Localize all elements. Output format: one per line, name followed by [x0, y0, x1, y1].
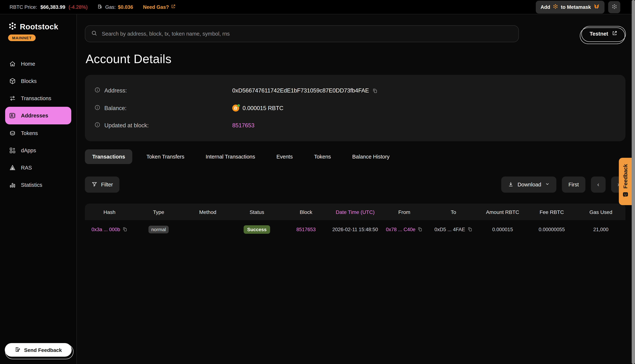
detail-tabs: Transactions Token Transfers Internal Tr… [85, 149, 626, 164]
feedback-tab-label: Feedback [622, 164, 628, 188]
copy-hash-button[interactable] [122, 227, 127, 232]
tx-from-link[interactable]: 0x78 ... C40e [386, 226, 415, 232]
sidebar-item-label: Tokens [21, 130, 38, 136]
download-button[interactable]: Download [501, 176, 556, 193]
tab-internal-transactions[interactable]: Internal Transactions [198, 149, 262, 164]
sidebar-item-addresses[interactable]: Addresses [5, 107, 71, 124]
table-row: 0x3a ... 000b normal Success 8517653 202… [85, 220, 625, 238]
prev-page-button[interactable]: ‹ [591, 176, 606, 193]
external-link-icon [171, 4, 175, 10]
gas-value: $0.036 [118, 4, 133, 10]
feedback-side-tab[interactable]: Feedback [619, 158, 632, 205]
tx-block-link[interactable]: 8517653 [282, 226, 331, 232]
table-header-row: Hash Type Method Status Block Date Time … [85, 204, 625, 220]
col-to: To [429, 209, 478, 215]
tab-balance-history[interactable]: Balance History [345, 149, 397, 164]
tx-hash-link[interactable]: 0x3a ... 000b [92, 226, 120, 232]
col-block: Block [282, 209, 331, 215]
balance-label: Balance: [104, 105, 127, 111]
copy-from-button[interactable] [418, 227, 423, 232]
tab-transactions[interactable]: Transactions [85, 149, 132, 164]
updated-block-link[interactable]: 8517653 [232, 122, 255, 129]
page-title: Account Details [86, 52, 626, 66]
rootstock-flower-gray-icon [611, 4, 617, 10]
col-datetime[interactable]: Date Time (UTC) [331, 209, 380, 215]
send-feedback-button[interactable]: Send Feedback [5, 343, 72, 357]
search-icon [91, 30, 97, 38]
updated-block-row: Updated at block: 8517653 [94, 118, 616, 132]
tx-fee: 0.00000055 [527, 226, 576, 232]
contact-card-icon [9, 112, 16, 119]
add-label: Add [541, 4, 550, 10]
copy-to-button[interactable] [467, 227, 472, 232]
sidebar-item-label: Addresses [21, 113, 48, 118]
sidebar-item-ras[interactable]: RAS [0, 159, 76, 176]
info-icon [94, 104, 100, 112]
funnel-icon [92, 181, 97, 188]
search-input[interactable] [101, 30, 513, 37]
rootstock-settings-button[interactable] [608, 1, 620, 13]
gas-pump-icon [98, 4, 103, 10]
tx-to-address: 0xD5 ... 4FAE [435, 226, 465, 232]
info-icon [94, 87, 100, 94]
col-amount: Amount RBTC [478, 209, 527, 215]
download-icon [508, 181, 514, 188]
arrows-swap-icon [9, 94, 16, 102]
copy-address-button[interactable] [372, 88, 378, 94]
table-controls: Filter Download First ‹ › [85, 176, 626, 193]
first-page-button[interactable]: First [562, 176, 585, 193]
tab-events[interactable]: Events [269, 149, 300, 164]
main-content: Testnet Account Details Address: [77, 14, 635, 364]
tx-gas-used: 21,000 [576, 226, 625, 232]
col-hash: Hash [85, 209, 134, 215]
sidebar: Rootstock MAINNET Home Blocks [0, 14, 77, 364]
notepad-pen-icon [15, 346, 21, 354]
brand-logo[interactable]: Rootstock [8, 22, 76, 32]
sidebar-item-label: Transactions [21, 95, 51, 101]
rbtc-price-label: RBTC Price: [10, 4, 37, 10]
topbar-actions: Add to Metamask [536, 0, 625, 14]
col-type: Type [134, 209, 183, 215]
home-icon [9, 60, 16, 67]
sidebar-item-tokens[interactable]: Tokens [0, 124, 76, 142]
tab-token-transfers[interactable]: Token Transfers [139, 149, 192, 164]
col-status: Status [232, 209, 281, 215]
send-feedback-label: Send Feedback [24, 347, 62, 353]
add-to-metamask-button[interactable]: Add to Metamask [536, 0, 604, 14]
tx-datetime: 2026-02-11 15:48:50 [331, 226, 380, 232]
sidebar-item-blocks[interactable]: Blocks [0, 72, 76, 90]
grid-plus-icon [9, 146, 16, 154]
external-link-icon [612, 30, 617, 37]
rbtc-coin-icon: B [232, 104, 239, 112]
transactions-table: Hash Type Method Status Block Date Time … [85, 204, 625, 238]
tx-amount: 0.000015 [478, 226, 527, 232]
testnet-label: Testnet [590, 31, 608, 37]
sidebar-item-transactions[interactable]: Transactions [0, 90, 76, 107]
coin-icon [9, 129, 16, 137]
chevron-down-icon [545, 182, 550, 188]
search-bar [85, 25, 519, 42]
sidebar-item-dapps[interactable]: dApps [0, 142, 76, 159]
account-details-panel: Address: 0xD566747611742EdE1bF731059c87E… [85, 75, 625, 141]
rbtc-price-value: $66,383.99 [40, 4, 65, 10]
balance-value: 0.000015 RBTC [243, 105, 283, 111]
sidebar-item-statistics[interactable]: Statistics [0, 176, 76, 194]
need-gas-label: Need Gas? [143, 4, 169, 10]
need-gas-link[interactable]: Need Gas? [143, 4, 175, 10]
gas-label: Gas: [105, 4, 116, 10]
tab-tokens[interactable]: Tokens [307, 149, 338, 164]
metamask-fox-icon [593, 4, 600, 10]
filter-label: Filter [101, 182, 113, 188]
bar-chart-icon [9, 181, 16, 188]
col-from: From [380, 209, 429, 215]
sidebar-item-home[interactable]: Home [0, 55, 76, 72]
triangle-icon [9, 164, 16, 171]
testnet-switch-button[interactable]: Testnet [581, 26, 626, 42]
rootstock-flower-white-icon [8, 22, 17, 32]
sidebar-item-label: dApps [21, 147, 36, 153]
balance-row: Balance: B 0.000015 RBTC [94, 101, 616, 115]
sidebar-item-label: Statistics [21, 182, 42, 188]
scrollbar-thumb[interactable] [632, 0, 635, 364]
page-scrollbar[interactable] [632, 0, 635, 364]
filter-button[interactable]: Filter [85, 176, 119, 193]
